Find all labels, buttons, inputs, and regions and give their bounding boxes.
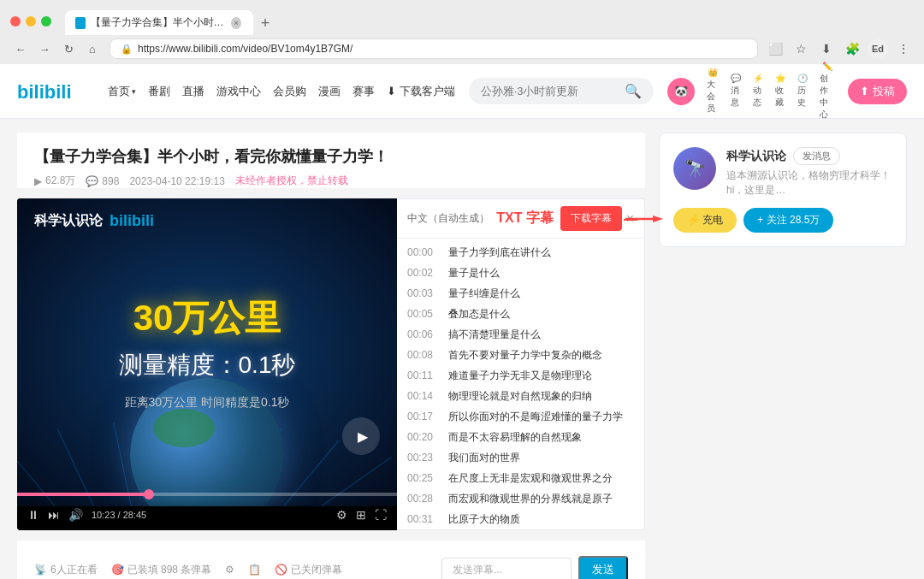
user-avatar[interactable]: 🐼: [667, 78, 695, 105]
video-progress-bar[interactable]: [17, 493, 397, 496]
forward-button[interactable]: →: [34, 38, 55, 59]
charge-button[interactable]: ⚡ 充电: [673, 208, 737, 233]
back-button[interactable]: ←: [10, 38, 31, 59]
nav-home[interactable]: 首页 ▾: [108, 84, 136, 99]
channel-avatar[interactable]: 🔭: [673, 147, 716, 190]
subtitle-download-button[interactable]: 下载字幕: [560, 206, 622, 231]
subtitle-list-item[interactable]: 00:23我们面对的世界: [397, 447, 644, 468]
tab-close-button[interactable]: ×: [231, 17, 241, 29]
bookmark-icon[interactable]: ☆: [791, 38, 811, 59]
nav-live[interactable]: 直播: [182, 84, 204, 99]
subtitle-list-item[interactable]: 00:03量子纠缠是什么: [397, 283, 644, 304]
header-creator-icon[interactable]: ✏️ 创作中心: [820, 62, 836, 121]
play-pause-button[interactable]: ⏸: [27, 508, 39, 522]
header-vip-icon[interactable]: 👑 大会员: [707, 68, 719, 115]
subtitle-content: 比原子大的物质: [448, 511, 520, 527]
subtitle-list-item[interactable]: 00:05叠加态是什么: [397, 304, 644, 324]
header-history-icon[interactable]: 🕐 历史: [797, 74, 808, 109]
search-box[interactable]: 🔍: [469, 78, 654, 104]
home-button[interactable]: ⌂: [82, 38, 103, 59]
below-video-stats: 📡 6人正在看 🎯 已装填 898 条弹幕 ⚙ 📋 🚫 已关闭弹幕: [34, 547, 628, 579]
video-text-overlay: 30万公里 测量精度：0.1秒 距离30万公里 时间精度是0.1秒: [119, 294, 296, 411]
refresh-button[interactable]: ↻: [58, 38, 79, 59]
subtitle-content: 首先不要对量子力学中复杂的概念: [448, 347, 602, 363]
replay-button[interactable]: [342, 417, 380, 455]
favorites-icon: ⭐: [775, 74, 785, 83]
subtitle-language: 中文（自动生成）: [407, 211, 489, 226]
subtitle-list-item[interactable]: 00:28而宏观和微观世界的分界线就是原子: [397, 488, 644, 509]
fullscreen-button[interactable]: ⛶: [375, 508, 387, 522]
nav-vip[interactable]: 会员购: [273, 84, 306, 99]
history-label: 历史: [797, 85, 808, 109]
address-bar[interactable]: 🔒 https://www.bilibili.com/video/BV1om4y…: [110, 38, 758, 59]
subtitle-content: 物理理论就是对自然现象的归纳: [448, 388, 592, 404]
next-button[interactable]: ⏭: [48, 508, 60, 522]
barrage-icon-list[interactable]: 📋: [248, 564, 261, 576]
header-right: 🐼 👑 大会员 💬 消息 ⚡ 动态 ⭐ 收藏 🕐 历史 ✏️ 创作中心 ⬆ 投稿: [667, 62, 907, 121]
post-button[interactable]: ⬆ 投稿: [848, 79, 907, 104]
svg-marker-2: [653, 216, 663, 222]
subtitle-list[interactable]: 00:00量子力学到底在讲什么00:02量子是什么00:03量子纠缠是什么00:…: [397, 239, 644, 529]
theater-button[interactable]: ⊞: [356, 508, 366, 522]
subtitle-list-item[interactable]: 00:14物理理论就是对自然现象的归纳: [397, 386, 644, 406]
nav-manga[interactable]: 漫画: [318, 84, 341, 99]
subtitle-timestamp: 00:05: [407, 306, 438, 322]
close-traffic-light[interactable]: [10, 16, 21, 27]
follow-button[interactable]: + 关注 28.5万: [743, 208, 833, 233]
close-barrage-button[interactable]: 🚫 已关闭弹幕: [275, 563, 342, 577]
profile-icon[interactable]: Ed: [868, 38, 888, 59]
volume-button[interactable]: 🔊: [68, 508, 83, 522]
nav-drama[interactable]: 番剧: [148, 84, 170, 99]
video-progress-fill: [17, 493, 150, 496]
subtitle-txt-label: TXT 字幕: [496, 210, 554, 227]
search-input[interactable]: [481, 85, 618, 97]
subtitle-panel: 中文（自动生成） TXT 字幕 下载字幕 × 00:00量子力学到底在讲什么00: [397, 198, 645, 530]
subtitle-timestamp: 00:25: [407, 470, 438, 486]
header-message-icon[interactable]: 💬 消息: [731, 74, 741, 109]
extensions-icon[interactable]: 🧩: [842, 38, 862, 59]
subtitle-list-item[interactable]: 00:00量子力学到底在讲什么: [397, 242, 644, 263]
subtitle-timestamp: 00:17: [407, 409, 438, 424]
nav-download[interactable]: ⬇ 下载客户端: [387, 84, 455, 99]
subtitle-list-item[interactable]: 00:25在尺度上无非是宏观和微观世界之分: [397, 468, 644, 488]
barrage-icon-edit[interactable]: ⚙: [225, 564, 234, 576]
channel-card: 🔭 科学认识论 发消息 追本溯源认识论，格物穷理才科学！ hi，这里是… ⚡ 充…: [659, 133, 907, 247]
barrage-icon: 🎯: [111, 564, 124, 576]
subtitle-content: 搞不清楚理量是什么: [448, 327, 541, 342]
maximize-traffic-light[interactable]: [41, 16, 51, 27]
bilibili-logo[interactable]: bilibili: [17, 80, 94, 103]
subtitle-list-item[interactable]: 00:20而是不太容易理解的自然现象: [397, 427, 644, 447]
search-icon[interactable]: 🔍: [625, 83, 642, 99]
video-title: 【量子力学合集】半个小时，看完你就懂量子力学！: [34, 146, 628, 167]
subtitle-list-item[interactable]: 00:17所以你面对的不是晦涩难懂的量子力学: [397, 406, 644, 427]
active-tab[interactable]: 【量子力学合集】半个小时，看完… ×: [65, 10, 253, 35]
header-dynamic-icon[interactable]: ⚡ 动态: [753, 74, 763, 109]
send-message-button[interactable]: 发消息: [793, 147, 840, 165]
download-icon[interactable]: ⬇: [816, 38, 837, 59]
creator-icon: ✏️: [822, 62, 832, 71]
settings-button[interactable]: ⚙: [336, 508, 347, 522]
comment-count: 💬 898: [86, 175, 119, 187]
subtitle-panel-header: 中文（自动生成） TXT 字幕 下载字幕 ×: [397, 199, 644, 239]
send-barrage-button[interactable]: 发送: [578, 556, 628, 579]
dynamic-icon: ⚡: [753, 74, 763, 83]
menu-icon[interactable]: ⋮: [893, 38, 914, 59]
video-player[interactable]: 30万公里 测量精度：0.1秒 距离30万公里 时间精度是0.1秒 科学认识论 …: [17, 198, 397, 530]
channel-description: 追本溯源认识论，格物穷理才科学！ hi，这里是…: [726, 168, 892, 198]
screenshot-icon[interactable]: ⬜: [765, 38, 785, 59]
nav-esports[interactable]: 赛事: [352, 84, 375, 99]
watermark-channel: 科学认识论: [34, 212, 103, 230]
subtitle-content: 所以你面对的不是晦涩难懂的量子力学: [448, 409, 623, 424]
minimize-traffic-light[interactable]: [26, 16, 36, 27]
subtitle-list-item[interactable]: 00:31比原子大的物质: [397, 509, 644, 529]
nav-game-center[interactable]: 游戏中心: [216, 84, 261, 99]
subtitle-list-item[interactable]: 00:06搞不清楚理量是什么: [397, 324, 644, 345]
new-tab-button[interactable]: +: [253, 11, 277, 35]
close-barrage-icon: 🚫: [275, 564, 287, 576]
barrage-input[interactable]: 发送弹幕...: [441, 558, 572, 580]
subtitle-list-item[interactable]: 00:08首先不要对量子力学中复杂的概念: [397, 345, 644, 365]
video-background: 30万公里 测量精度：0.1秒 距离30万公里 时间精度是0.1秒 科学认识论 …: [17, 198, 397, 506]
header-favorites-icon[interactable]: ⭐ 收藏: [775, 74, 785, 109]
subtitle-list-item[interactable]: 00:02量子是什么: [397, 263, 644, 283]
subtitle-list-item[interactable]: 00:11难道量子力学无非又是物理理论: [397, 365, 644, 386]
